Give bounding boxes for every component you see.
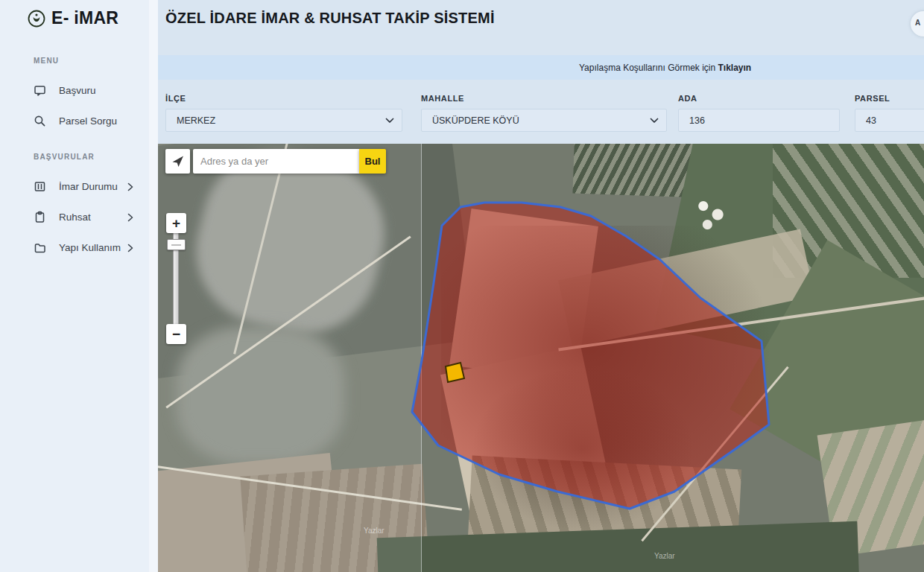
chevron-right-icon (127, 182, 133, 191)
app-logo[interactable]: E- iMAR (0, 0, 149, 28)
page-title: ÖZEL İDARE İMAR & RUHSAT TAKİP SİSTEMİ (165, 10, 495, 27)
map-search-input[interactable] (193, 149, 359, 174)
satellite-map[interactable]: Yazlar Yazlar Bul + − (158, 144, 924, 572)
my-location-button[interactable] (165, 149, 190, 174)
zoom-slider-handle[interactable] (167, 239, 186, 250)
menu-nav: Başvuru Parsel Sorgu (0, 75, 149, 136)
clipboard-icon (34, 211, 46, 223)
location-arrow-icon (171, 154, 185, 168)
sidebar-item-label: İmar Durumu (59, 181, 118, 192)
sidebar-item-label: Parsel Sorgu (59, 115, 117, 127)
mahalle-select[interactable]: ÜSKÜPDERE KÖYÜ (421, 109, 667, 132)
emblem-icon (27, 9, 46, 28)
mahalle-label: MAHALLE (421, 94, 464, 103)
fontsize-button-label: A (915, 19, 920, 27)
map-watermark-label: Yazlar (364, 527, 385, 535)
chevron-down-icon (385, 118, 394, 124)
sidebar-item-label: Başvuru (59, 85, 96, 96)
zoom-out-button[interactable]: − (166, 324, 186, 344)
parsel-input[interactable] (855, 109, 924, 132)
search-submit-button[interactable]: Bul (359, 149, 386, 174)
chevron-right-icon (127, 244, 133, 252)
chevron-down-icon (650, 118, 659, 124)
notification-bar[interactable]: Yapılaşma Koşullarını Görmek için Tıklay… (158, 55, 924, 80)
applications-nav: İmar Durumu Ruhsat (0, 171, 149, 263)
chevron-right-icon (127, 213, 133, 222)
notification-text: Yapılaşma Koşullarını Görmek için Tıklay… (579, 63, 751, 73)
ada-input[interactable] (678, 109, 840, 132)
sidebar: E- iMAR MENU Başvuru Parsel Sorgu BAŞVUR… (0, 0, 149, 572)
fontsize-button[interactable]: A (911, 11, 924, 36)
menu-section-label: MENU (34, 57, 149, 65)
parsel-label: PARSEL (855, 94, 890, 103)
ilce-select-value: MERKEZ (177, 115, 215, 126)
logo-text: E- iMAR (51, 8, 118, 28)
sidebar-item-parsel-sorgu[interactable]: Parsel Sorgu (0, 106, 149, 136)
map-watermark-label: Yazlar (654, 552, 675, 560)
folder-icon (34, 241, 46, 254)
sidebar-item-yapi-kullanim[interactable]: Yapı Kullanım (0, 232, 149, 263)
sidebar-item-label: Ruhsat (59, 212, 91, 223)
zoom-in-button[interactable]: + (166, 213, 186, 233)
sidebar-item-ruhsat[interactable]: Ruhsat (0, 202, 149, 232)
sidebar-divider (149, 0, 158, 572)
notification-link[interactable]: Tıklayın (718, 63, 752, 73)
ilce-label: İLÇE (165, 94, 186, 103)
search-icon (34, 115, 46, 127)
ada-label: ADA (678, 94, 697, 103)
ilce-select[interactable]: MERKEZ (165, 109, 402, 132)
building-icon (34, 180, 46, 193)
message-icon (34, 84, 46, 97)
applications-section-label: BAŞVURULAR (34, 153, 149, 161)
sidebar-item-label: Yapı Kullanım (59, 242, 121, 253)
sidebar-item-basvuru[interactable]: Başvuru (0, 75, 149, 106)
sidebar-item-imar-durumu[interactable]: İmar Durumu (0, 171, 149, 202)
mahalle-select-value: ÜSKÜPDERE KÖYÜ (432, 115, 519, 126)
